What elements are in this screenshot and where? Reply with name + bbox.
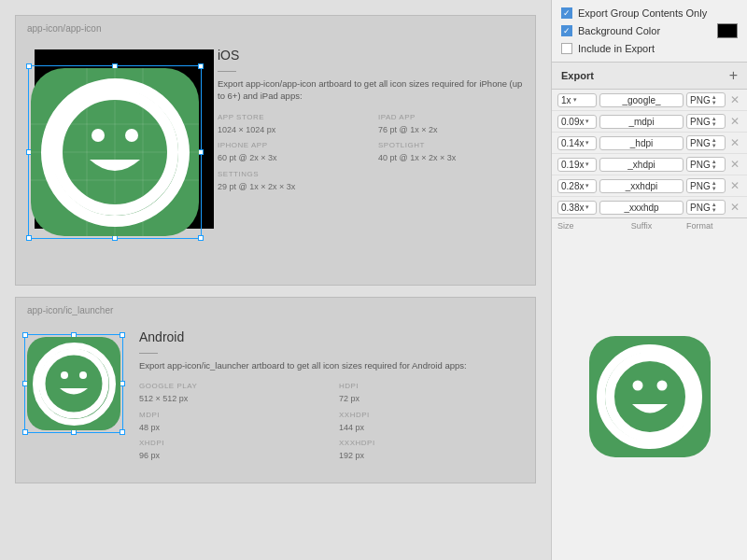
suffix-input-5[interactable] <box>599 201 684 215</box>
format-dropdown-4[interactable]: PNG ▲▼ <box>686 178 726 193</box>
format-value-3: PNG <box>690 160 711 170</box>
export-group-checkbox[interactable] <box>561 7 572 19</box>
background-color-label: Background Color <box>578 25 660 36</box>
canvas-area: app-icon/app-icon <box>0 0 551 560</box>
android-googleplay-title: GOOGLE PLAY <box>139 381 324 392</box>
format-arrows-1: ▲▼ <box>712 116 717 127</box>
format-dropdown-0[interactable]: PNG ▲▼ <box>686 92 726 107</box>
svg-point-14 <box>656 381 667 391</box>
size-dropdown-5[interactable]: 0.38x ▾ <box>557 201 597 215</box>
remove-btn-5[interactable]: ✕ <box>728 201 741 214</box>
ios-settings-value: 29 pt @ 1x × 2x × 3x <box>218 181 363 194</box>
background-color-swatch[interactable] <box>717 23 738 38</box>
android-specs-grid: GOOGLE PLAY 512 × 512 px HDPI 72 px MDPI… <box>139 381 524 463</box>
remove-btn-1[interactable]: ✕ <box>728 115 741 128</box>
preview-area <box>552 233 747 560</box>
android-xhdpi-title: XHDPI <box>139 438 324 449</box>
export-row-5: 0.38x ▾ PNG ▲▼ ✕ <box>552 197 747 217</box>
background-color-checkbox[interactable] <box>561 25 572 36</box>
add-export-button[interactable]: + <box>729 68 738 83</box>
suffix-input-0[interactable] <box>599 93 684 107</box>
format-dropdown-2[interactable]: PNG ▲▼ <box>686 135 726 150</box>
size-dropdown-0[interactable]: 1x ▾ <box>557 93 597 107</box>
ios-spotlight-title: SPOTLIGHT <box>378 140 524 151</box>
size-arrow-1: ▾ <box>585 118 589 125</box>
include-export-checkbox[interactable] <box>561 43 572 54</box>
preview-icon <box>589 336 711 457</box>
suffix-input-4[interactable] <box>599 179 684 193</box>
remove-btn-2[interactable]: ✕ <box>728 136 741 149</box>
format-dropdown-1[interactable]: PNG ▲▼ <box>686 114 726 129</box>
android-xhdpi-group: XHDPI 96 px <box>139 438 324 463</box>
col-suffix-header: Suffix <box>599 221 684 231</box>
remove-btn-0[interactable]: ✕ <box>728 93 741 106</box>
format-value-4: PNG <box>690 181 711 191</box>
size-dropdown-4[interactable]: 0.28x ▾ <box>557 179 597 193</box>
size-dropdown-1[interactable]: 0.09x ▾ <box>557 115 597 129</box>
ios-artboard: app-icon/app-icon <box>15 15 536 286</box>
export-header: Export + <box>552 63 747 90</box>
android-artboard-label: app-icon/ic_launcher <box>27 305 113 315</box>
suffix-input-2[interactable] <box>599 136 684 150</box>
android-xhdpi-value: 96 px <box>139 450 324 463</box>
android-divider <box>139 353 158 354</box>
icon-grid <box>31 68 199 236</box>
ios-ipadapp-title: IPAD APP <box>378 112 524 123</box>
handle-bl[interactable] <box>26 235 32 241</box>
android-xxxhdpi-group: XXXHDPI 192 px <box>339 438 524 463</box>
handle-tl[interactable] <box>26 63 32 69</box>
handle-br[interactable] <box>198 235 204 241</box>
col-headers: Size Suffix Format <box>552 218 747 233</box>
suffix-input-1[interactable] <box>599 115 684 129</box>
size-value-5: 0.38x <box>561 203 584 213</box>
size-arrow-2: ▾ <box>585 139 589 147</box>
ios-settings-title: SETTINGS <box>218 169 363 180</box>
ios-title: iOS <box>218 46 524 65</box>
android-icon-svg <box>27 337 120 430</box>
ios-info-panel: iOS Export app-icon/app-icon artboard to… <box>218 46 524 193</box>
size-dropdown-3[interactable]: 0.19x ▾ <box>557 158 597 172</box>
android-googleplay-group: GOOGLE PLAY 512 × 512 px <box>139 381 324 406</box>
ios-appstore-group: APP STORE 1024 × 1024 px <box>218 112 363 137</box>
preview-icon-svg <box>589 336 711 457</box>
size-arrow-4: ▾ <box>585 182 589 189</box>
include-export-row: Include in Export <box>561 43 738 54</box>
format-value-2: PNG <box>690 138 711 148</box>
export-row-1: 0.09x ▾ PNG ▲▼ ✕ <box>552 111 747 133</box>
android-xxxhdpi-value: 192 px <box>339 450 524 463</box>
ios-iphoneapp-group: IPHONE APP 60 pt @ 2x × 3x <box>218 140 363 165</box>
android-xxhdpi-title: XXHDPI <box>339 410 524 421</box>
format-dropdown-5[interactable]: PNG ▲▼ <box>686 200 726 215</box>
size-dropdown-2[interactable]: 0.14x ▾ <box>557 136 597 150</box>
android-hdpi-value: 72 px <box>339 393 524 406</box>
col-size-header: Size <box>557 221 597 231</box>
ios-appstore-value: 1024 × 1024 px <box>218 124 363 137</box>
export-row-3: 0.19x ▾ PNG ▲▼ ✕ <box>552 154 747 175</box>
export-row-4: 0.28x ▾ PNG ▲▼ ✕ <box>552 175 747 197</box>
ios-iphoneapp-value: 60 pt @ 2x × 3x <box>218 152 363 165</box>
svg-point-9 <box>42 352 106 415</box>
android-xxhdpi-value: 144 px <box>339 422 524 435</box>
svg-point-11 <box>79 371 87 379</box>
size-arrow-3: ▾ <box>585 161 589 168</box>
format-value-5: PNG <box>690 203 711 213</box>
col-format-header: Format <box>686 221 726 231</box>
export-row-2: 0.14x ▾ PNG ▲▼ ✕ <box>552 133 747 154</box>
remove-btn-4[interactable]: ✕ <box>728 179 741 192</box>
ios-appstore-title: APP STORE <box>218 112 363 123</box>
size-value-0: 1x <box>561 95 571 105</box>
android-xxxhdpi-title: XXXHDPI <box>339 438 524 449</box>
export-row-0: 1x ▾ PNG ▲▼ ✕ <box>552 90 747 111</box>
remove-btn-3[interactable]: ✕ <box>728 158 741 171</box>
ios-app-icon <box>31 68 199 236</box>
include-export-label: Include in Export <box>578 43 655 54</box>
android-app-icon <box>27 337 120 430</box>
format-dropdown-3[interactable]: PNG ▲▼ <box>686 157 726 172</box>
size-value-1: 0.09x <box>561 117 584 127</box>
background-color-row: Background Color <box>561 23 738 38</box>
format-arrows-2: ▲▼ <box>712 137 717 148</box>
suffix-input-3[interactable] <box>599 158 684 172</box>
android-hdpi-title: HDPI <box>339 381 524 392</box>
format-arrows-0: ▲▼ <box>712 94 717 105</box>
size-value-3: 0.19x <box>561 160 584 170</box>
